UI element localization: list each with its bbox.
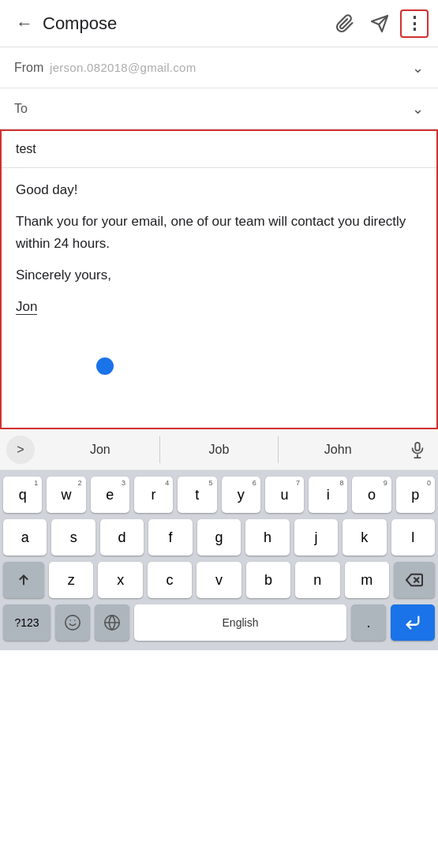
send-icon[interactable] bbox=[365, 9, 394, 38]
svg-rect-2 bbox=[415, 442, 420, 450]
key-r[interactable]: 4r bbox=[134, 477, 173, 513]
to-label: To bbox=[14, 102, 50, 116]
key-a[interactable]: a bbox=[3, 519, 47, 556]
key-w[interactable]: 2w bbox=[47, 477, 85, 513]
keyboard: 1q 2w 3e 4r 5t 6y 7u 8i 9o 0p a s d f g … bbox=[0, 470, 438, 650]
more-options-button[interactable]: ⋮ bbox=[400, 9, 429, 38]
key-o[interactable]: 9o bbox=[352, 477, 391, 513]
sign-off: Sincerely yours, bbox=[16, 264, 422, 286]
key-e[interactable]: 3e bbox=[91, 477, 129, 513]
keyboard-row-3: z x c v b n m bbox=[3, 562, 435, 598]
voice-input-button[interactable] bbox=[403, 436, 432, 464]
period-key[interactable]: . bbox=[351, 604, 386, 641]
from-value: jerson.082018@gmail.com bbox=[50, 61, 412, 74]
attachment-icon[interactable] bbox=[331, 9, 359, 38]
autocomplete-expand-button[interactable]: > bbox=[6, 436, 35, 464]
svg-point-8 bbox=[66, 615, 80, 630]
key-x[interactable]: x bbox=[98, 562, 142, 598]
space-key[interactable]: English bbox=[134, 604, 346, 641]
key-i[interactable]: 8i bbox=[309, 477, 347, 513]
greeting-line: Good day! bbox=[16, 179, 422, 201]
keyboard-row-4: ?123 English . bbox=[3, 604, 435, 641]
key-d[interactable]: d bbox=[100, 519, 144, 556]
to-field[interactable]: To ⌄ bbox=[0, 88, 438, 129]
from-field[interactable]: From jerson.082018@gmail.com ⌄ bbox=[0, 47, 438, 88]
body-text: Good day! Thank you for your email, one … bbox=[16, 179, 422, 318]
key-n[interactable]: n bbox=[295, 562, 339, 598]
autocomplete-word-3[interactable]: John bbox=[279, 436, 397, 463]
autocomplete-suggestions: Jon Job John bbox=[41, 436, 397, 463]
enter-key[interactable] bbox=[391, 604, 435, 641]
keyboard-row-2: a s d f g h j k l bbox=[3, 519, 435, 556]
emoji-key[interactable] bbox=[55, 604, 90, 641]
to-chevron-icon[interactable]: ⌄ bbox=[412, 100, 424, 118]
key-u[interactable]: 7u bbox=[265, 477, 304, 513]
key-t[interactable]: 5t bbox=[178, 477, 216, 513]
body-field[interactable]: Good day! Thank you for your email, one … bbox=[2, 168, 436, 389]
autocomplete-word-2[interactable]: Job bbox=[160, 436, 279, 463]
shift-key[interactable] bbox=[3, 562, 44, 598]
header: ← Compose ⋮ bbox=[0, 0, 438, 47]
header-icons: ⋮ bbox=[331, 9, 429, 38]
key-y[interactable]: 6y bbox=[222, 477, 260, 513]
key-k[interactable]: k bbox=[343, 519, 386, 556]
symbol-key[interactable]: ?123 bbox=[3, 604, 51, 641]
key-z[interactable]: z bbox=[49, 562, 93, 598]
signature-name: Jon bbox=[16, 299, 37, 315]
subject-field[interactable]: test bbox=[2, 131, 436, 168]
back-button[interactable]: ← bbox=[9, 7, 39, 40]
key-q[interactable]: 1q bbox=[3, 477, 42, 513]
text-cursor bbox=[96, 357, 114, 375]
page-title: Compose bbox=[43, 13, 331, 34]
key-l[interactable]: l bbox=[391, 519, 435, 556]
backspace-key[interactable] bbox=[394, 562, 435, 598]
compose-area[interactable]: test Good day! Thank you for your email,… bbox=[0, 129, 438, 429]
key-b[interactable]: b bbox=[246, 562, 290, 598]
autocomplete-word-1[interactable]: Jon bbox=[41, 436, 160, 463]
keyboard-row-1: 1q 2w 3e 4r 5t 6y 7u 8i 9o 0p bbox=[3, 477, 435, 513]
key-v[interactable]: v bbox=[197, 562, 241, 598]
key-g[interactable]: g bbox=[197, 519, 241, 556]
key-s[interactable]: s bbox=[51, 519, 95, 556]
key-p[interactable]: 0p bbox=[396, 477, 435, 513]
body-paragraph: Thank you for your email, one of our tea… bbox=[16, 211, 422, 255]
from-label: From bbox=[14, 61, 50, 75]
key-j[interactable]: j bbox=[294, 519, 338, 556]
key-f[interactable]: f bbox=[148, 519, 192, 556]
key-m[interactable]: m bbox=[345, 562, 389, 598]
from-chevron-icon[interactable]: ⌄ bbox=[412, 59, 424, 77]
key-c[interactable]: c bbox=[148, 562, 192, 598]
autocomplete-bar: > Jon Job John bbox=[0, 429, 438, 470]
key-h[interactable]: h bbox=[245, 519, 289, 556]
globe-key[interactable] bbox=[95, 604, 129, 641]
